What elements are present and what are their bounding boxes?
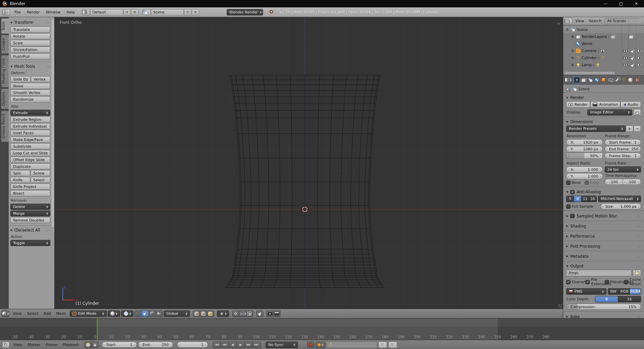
timeline[interactable]: -50-40-30-20-100102030405060708090100110… [0,318,644,340]
output-panel-header[interactable]: ▼ Output [566,262,641,270]
overwrite-checkbox[interactable]: ✓ [566,280,571,284]
manipulate-origins-toggle[interactable] [256,310,263,317]
panel-header-metadata[interactable]: ▶Metadata [566,252,641,260]
crop-checkbox[interactable] [585,181,589,185]
cursor-select-icon[interactable] [630,49,634,53]
tool-button-extrude-region[interactable]: Extrude Region [10,116,50,122]
properties-tab-material[interactable] [627,77,634,84]
outliner-row-cylinder[interactable]: ⊕Cylinder| [563,54,644,61]
panel-grip-icon[interactable] [637,190,641,194]
face-select-toggle[interactable] [207,310,214,317]
expander-icon[interactable]: ⊕ [571,56,575,60]
tool-button-vertex[interactable]: Vertex [31,76,50,82]
menu-render[interactable]: Render [24,9,43,15]
current-frame-cursor[interactable] [97,318,98,340]
delete-keyframe-button[interactable] [388,342,397,348]
shelf-tab-create[interactable]: Create [1,35,9,54]
mode-dropdown[interactable]: Edit Mode ▲▼ [70,310,107,317]
panel-grip-icon[interactable] [47,228,50,233]
placeholders-checkbox[interactable] [605,280,609,284]
sync-dropdown[interactable]: No Sync ▲▼ [266,342,298,348]
anti-aliasing-panel-header[interactable]: ▼ ✓ Anti-Aliasing [566,188,641,196]
opengl-render-image-button[interactable] [266,310,273,317]
menu-file[interactable]: File [11,9,23,15]
preset-remove-button[interactable]: − [634,126,641,132]
tool-menu-extrude[interactable]: Extrude▲▼ [10,110,50,116]
pin-icon[interactable] [566,88,569,91]
tool-menu-merge[interactable]: Merge▲▼ [10,210,50,216]
tool-button-push-pull[interactable]: Push/Pull [10,53,50,59]
editor-type-properties-button[interactable]: ▲▼ [564,77,572,83]
minimize-button[interactable]: — [598,0,613,7]
auto-keyframe-record-button[interactable] [307,342,314,348]
expander-icon[interactable]: ⊕ [571,35,575,39]
lock-time-toggle[interactable] [92,342,99,348]
insert-keyframe-button[interactable] [378,342,387,348]
editor-type-3dview-button[interactable]: ▲▼ [2,310,9,317]
tool-button-smooth-vertex[interactable]: Smooth Vertex [10,90,50,96]
timeline-menu-marker[interactable]: Marker [25,342,43,348]
cache-result-checkbox[interactable] [624,280,628,284]
region-expand-icon[interactable]: ＋ [556,20,561,27]
render-still-button[interactable]: Render [566,101,590,108]
close-button[interactable]: ✕ [629,0,644,7]
panel-header-shading[interactable]: ▶Shading [566,222,641,230]
output-path-field[interactable]: /tmp\ [566,270,632,276]
color-mode-rgba[interactable]: RGBA [630,288,641,295]
play-reverse-button[interactable]: ◀ [229,342,237,348]
panel-grip-icon[interactable] [637,244,641,249]
tool-button-loop-cut-and-slide[interactable]: Loop Cut and Slide [10,150,50,156]
shelf-tab-tools[interactable]: Tools [1,18,9,34]
panel-header-performance[interactable]: ▶Performance [566,232,641,240]
render-audio-button[interactable]: Audio [621,101,641,108]
shelf-panel-header[interactable]: ▼Transform [10,20,50,25]
properties-tab-modifiers[interactable] [614,77,620,84]
outliner-item-label[interactable]: Cylinder [582,56,597,60]
viewport-menu-mesh[interactable]: Mesh [54,310,69,317]
snap-target-button[interactable] [246,310,253,317]
aa-size-field[interactable]: Size:1.000 px [601,203,641,209]
tool-button-knife[interactable]: Knife [10,177,30,183]
remap-new-field[interactable]: :100 [623,179,641,185]
camera-restrict-icon[interactable] [637,63,642,66]
jump-to-start-button[interactable]: |◀◀ [213,342,221,348]
tool-shelf-scrollbar[interactable] [52,19,54,227]
aspect-y-field[interactable]: Y:1.000 [566,173,603,179]
sampled-motion-blur-checkbox[interactable] [570,214,575,218]
next-keyframe-button[interactable]: ▶▶ [245,342,253,348]
outliner-menu-view[interactable]: View [573,18,586,24]
start-frame-field[interactable]: Start Frame:1 [605,139,641,145]
properties-tab-object[interactable] [600,77,607,84]
cylinder-wireframe[interactable] [55,17,563,309]
outliner-item-label[interactable]: RenderLayers [582,35,607,39]
edge-select-toggle[interactable] [200,310,207,317]
outliner-item-label[interactable]: Scene [577,28,588,32]
browse-folder-button[interactable] [633,270,641,276]
render-presets-dropdown[interactable]: Render Presets ▲▼ [566,126,626,132]
outliner-item-label[interactable]: Camera [582,49,596,53]
timeline-menu-frame[interactable]: Frame [43,342,60,348]
viewport-shading-dropdown[interactable]: ▲▼ [108,310,120,317]
opengl-render-animation-button[interactable] [273,310,280,317]
tool-button-screw[interactable]: Screw [31,170,50,176]
resolution-x-field[interactable]: X:1920 px [566,139,603,145]
tool-button-spin[interactable]: Spin [10,170,30,176]
viewport-3d[interactable]: Front Ortho z x (1) Cylinder ＋ [55,17,563,309]
end-frame-field[interactable]: End Frame:250 [605,146,641,152]
anti-aliasing-checkbox[interactable]: ✓ [570,190,575,194]
outliner-scrollbar[interactable] [565,72,615,74]
tool-button-scale[interactable]: Scale [10,40,50,46]
pivot-point-dropdown[interactable]: ▲▼ [121,310,133,317]
panel-header-sampled-motion-blur[interactable]: ▶Sampled Motion Blur [566,212,641,220]
menu-window[interactable]: Window [43,9,63,15]
properties-tab-object-data[interactable] [621,77,627,84]
frame-step-field[interactable]: Frame Step:1 [605,153,641,159]
panel-grip-icon[interactable] [637,95,641,100]
tool-button-noise[interactable]: Noise [10,83,50,89]
properties-tab-scene[interactable] [587,77,593,84]
resolution-percentage-slider[interactable]: 50% [566,153,603,159]
shelf-panel-header[interactable]: ▼Mesh Tools [10,64,50,69]
render-display-dropdown[interactable]: Image Editor ▲▼ [587,109,632,115]
expander-icon[interactable]: ⊕ [571,63,575,67]
render-toggle-icon[interactable] [629,35,633,39]
